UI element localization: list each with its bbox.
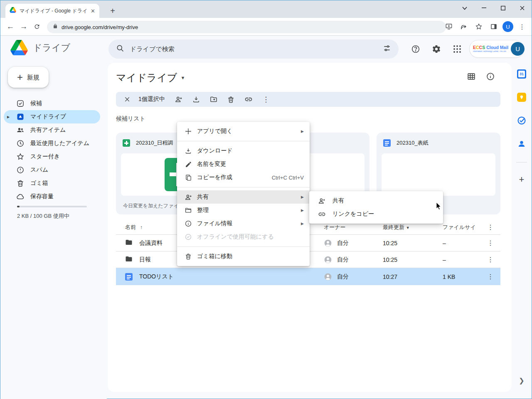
folder-icon bbox=[183, 207, 193, 214]
drive-profile-avatar[interactable]: U bbox=[511, 42, 525, 56]
browser-window: マイドライブ - Google ドライブ ✕ + ← → drive.googl… bbox=[0, 0, 532, 399]
drive-sidebar: + 新規 候補 ▶ マイドライブ 共有アイテム 最近使用したアイテム bbox=[0, 63, 107, 399]
contacts-icon[interactable] bbox=[517, 139, 527, 149]
menu-item-make-copy[interactable]: コピーを作成 Ctrl+C Ctrl+V bbox=[177, 171, 310, 184]
browser-menu-icon[interactable]: ⋮ bbox=[516, 20, 528, 33]
column-header-modified[interactable]: 最終更新 ▼ bbox=[383, 224, 410, 231]
help-icon[interactable] bbox=[408, 41, 424, 57]
forward-icon[interactable]: → bbox=[17, 20, 30, 33]
url-text: drive.google.com/drive/my-drive bbox=[62, 24, 138, 30]
new-tab-button[interactable]: + bbox=[108, 6, 118, 16]
menu-item-organize[interactable]: 整理 ▶ bbox=[177, 204, 310, 217]
more-actions-icon[interactable]: ⋮ bbox=[259, 93, 273, 106]
page-title[interactable]: マイドライブ ▼ bbox=[116, 71, 185, 84]
column-options-icon[interactable]: ⋮ bbox=[487, 223, 494, 231]
side-panel-icon[interactable] bbox=[488, 20, 500, 33]
tab-search-icon[interactable] bbox=[458, 2, 471, 15]
maximize-button[interactable] bbox=[493, 0, 512, 15]
move-to-folder-icon[interactable] bbox=[207, 93, 221, 106]
search-icon[interactable] bbox=[116, 44, 124, 54]
account-badge-title: ECCS Cloud Mail bbox=[473, 45, 508, 50]
share-person-add-icon[interactable] bbox=[172, 93, 186, 106]
menu-item-open-with[interactable]: アプリで開く ▶ bbox=[177, 125, 310, 138]
minimize-button[interactable] bbox=[474, 0, 493, 15]
card-thumbnail bbox=[382, 153, 495, 196]
settings-gear-icon[interactable] bbox=[429, 41, 444, 57]
submenu-arrow-icon: ▶ bbox=[301, 222, 304, 226]
sidebar-item-shared[interactable]: 共有アイテム bbox=[4, 123, 100, 137]
submenu-arrow-icon: ▶ bbox=[301, 208, 304, 212]
owner-avatar bbox=[324, 273, 332, 281]
row-more-icon[interactable]: ⋮ bbox=[487, 273, 494, 281]
browser-profile-avatar[interactable]: U bbox=[502, 21, 513, 32]
storage-progress-fill bbox=[17, 206, 20, 207]
expand-arrow-icon[interactable]: ▶ bbox=[7, 115, 10, 119]
drive-header: ドライブ ドライブで検索 ECCS Cloud Mail bbox=[0, 36, 532, 63]
drive-logo[interactable]: ドライブ bbox=[10, 40, 70, 55]
title-dropdown-icon[interactable]: ▼ bbox=[180, 75, 185, 80]
menu-item-share[interactable]: 共有 ▶ bbox=[177, 190, 310, 204]
sheets-file-icon bbox=[123, 139, 130, 147]
sidebar-item-trash[interactable]: ゴミ箱 bbox=[4, 177, 100, 190]
sidebar-item-my-drive[interactable]: ▶ マイドライブ bbox=[4, 110, 100, 123]
google-apps-icon[interactable] bbox=[449, 41, 465, 57]
tasks-icon[interactable] bbox=[517, 116, 527, 126]
close-button[interactable] bbox=[512, 0, 532, 15]
menu-item-download[interactable]: ダウンロード bbox=[177, 144, 310, 158]
menu-item-move-to-trash[interactable]: ゴミ箱に移動 bbox=[177, 250, 310, 263]
browser-toolbar: ← → drive.google.com/drive/my-drive U bbox=[0, 18, 532, 36]
keep-icon[interactable] bbox=[517, 92, 527, 102]
sidebar-item-recent[interactable]: 最近使用したアイテム bbox=[4, 137, 100, 150]
panel-divider bbox=[516, 162, 527, 163]
lock-icon bbox=[53, 23, 58, 31]
grid-view-icon[interactable] bbox=[467, 72, 476, 83]
clear-selection-icon[interactable] bbox=[120, 93, 134, 106]
menu-separator bbox=[177, 187, 310, 187]
address-bar[interactable]: drive.google.com/drive/my-drive bbox=[47, 21, 446, 33]
link-icon bbox=[317, 210, 327, 218]
install-icon[interactable] bbox=[443, 20, 455, 33]
details-info-icon[interactable] bbox=[486, 72, 495, 83]
suggestions-label: 候補リスト bbox=[116, 115, 145, 123]
menu-separator bbox=[177, 246, 310, 247]
sidebar-item-starred[interactable]: スター付き bbox=[4, 150, 100, 163]
menu-item-file-info[interactable]: ファイル情報 ▶ bbox=[177, 217, 310, 230]
reload-icon[interactable] bbox=[30, 20, 44, 33]
submenu-item-copy-link[interactable]: リンクをコピー bbox=[309, 207, 443, 221]
add-panel-app-icon[interactable]: + bbox=[519, 174, 525, 185]
submenu-arrow-icon: ▶ bbox=[301, 195, 304, 199]
account-badge[interactable]: ECCS Cloud Mail Information Technology C… bbox=[469, 40, 524, 58]
row-more-icon[interactable]: ⋮ bbox=[487, 256, 494, 264]
back-icon[interactable]: ← bbox=[4, 20, 17, 33]
download-icon bbox=[183, 147, 193, 155]
row-more-icon[interactable]: ⋮ bbox=[487, 239, 494, 247]
bookmark-star-icon[interactable] bbox=[473, 20, 485, 33]
download-icon[interactable] bbox=[189, 93, 203, 106]
collapse-side-panel-icon[interactable]: ❯ bbox=[512, 377, 532, 384]
trash-icon bbox=[16, 179, 25, 187]
sidebar-item-spam[interactable]: スパム bbox=[4, 163, 100, 177]
browser-tab[interactable]: マイドライブ - Google ドライブ ✕ bbox=[5, 4, 99, 18]
offline-pin-icon bbox=[183, 233, 193, 241]
clock-icon bbox=[16, 139, 25, 148]
search-options-icon[interactable] bbox=[383, 44, 391, 54]
search-bar[interactable]: ドライブで検索 bbox=[108, 39, 399, 59]
column-header-size[interactable]: ファイルサイ bbox=[443, 224, 476, 231]
submenu-item-share[interactable]: 共有 bbox=[309, 194, 443, 207]
trash-icon[interactable] bbox=[224, 93, 238, 106]
table-row-selected[interactable]: TODOリスト 自分 10:27 1 KB ⋮ bbox=[116, 268, 500, 285]
check-square-icon bbox=[16, 99, 25, 108]
get-link-icon[interactable] bbox=[241, 93, 256, 106]
column-header-owner[interactable]: オーナー bbox=[324, 224, 346, 231]
drive-app-name: ドライブ bbox=[33, 42, 70, 54]
menu-item-rename[interactable]: 名前を変更 bbox=[177, 158, 310, 171]
sidebar-item-storage[interactable]: 保存容量 bbox=[4, 190, 100, 203]
column-header-name[interactable]: 名前↑ bbox=[125, 224, 143, 231]
tab-close-icon[interactable]: ✕ bbox=[91, 8, 95, 14]
sidebar-item-suggested[interactable]: 候補 bbox=[4, 97, 100, 110]
share-icon[interactable] bbox=[458, 20, 470, 33]
new-button[interactable]: + 新規 bbox=[8, 67, 49, 88]
my-drive-icon bbox=[16, 113, 25, 121]
calendar-icon[interactable]: 31 bbox=[517, 69, 527, 79]
side-panel-strip: 31 + ❯ bbox=[512, 63, 532, 392]
